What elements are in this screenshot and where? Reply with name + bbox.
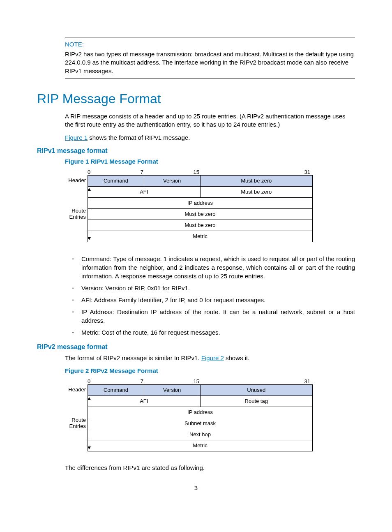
note-box: NOTE: RIPv2 has two types of message tra… [65,37,355,79]
ripv2-intro-pre: The format of RIPv2 message is similar t… [65,354,201,361]
section-title-rip-message-format: RIP Message Format [37,91,355,106]
label-route: Route [65,417,86,423]
route-entries-bracket-icon [89,188,89,240]
bit-7: 7 [89,169,143,175]
cell-must-be-zero-1: Must be zero [200,175,313,186]
ripv1-packet-table: Command Version Must be zero AFI Must be… [88,175,313,242]
label-entries: Entries [65,423,86,429]
cell-route-tag: Route tag [200,396,313,407]
cell-ip-address: IP address [88,407,313,418]
cell-metric: Metric [88,440,313,451]
label-header: Header [65,175,88,186]
ripv2-intro-post: shows it. [224,354,250,361]
figure1-reference: Figure 1 shows the format of RIPv1 messa… [65,134,355,142]
list-item: IP Address: Destination IP address of th… [81,308,355,325]
figure-2-link[interactable]: Figure 2 [201,354,224,361]
cell-must-be-zero-3: Must be zero [88,208,313,220]
cell-subnet-mask: Subnet mask [88,418,313,429]
differences-paragraph: The differences from RIPv1 are stated as… [65,464,355,472]
list-item: Command: Type of message. 1 indicates a … [81,254,355,280]
heading-ripv1-message-format: RIPv1 message format [37,147,355,155]
cell-version: Version [144,384,200,396]
cell-command: Command [88,384,144,396]
intro-paragraph: A RIP message consists of a header and u… [65,112,355,129]
bit-31: 31 [199,378,310,384]
cell-afi: AFI [88,186,201,197]
figure-1-caption: Figure 1 RIPv1 Message Format [65,158,355,165]
note-label: NOTE: [65,41,355,48]
list-item: Version: Version of RIP, 0x01 for RIPv1. [81,284,355,292]
bit-15: 15 [143,169,199,175]
cell-afi: AFI [88,396,201,407]
list-item: Metric: Cost of the route, 16 for reques… [81,328,355,337]
cell-must-be-zero-2: Must be zero [200,186,313,197]
ripv2-intro: The format of RIPv2 message is similar t… [65,354,355,362]
label-header: Header [65,384,88,395]
heading-ripv2-message-format: RIPv2 message format [37,343,355,351]
label-entries: Entries [65,214,86,220]
ripv2-packet-table: Command Version Unused AFI Route tag IP … [88,384,313,451]
label-route: Route [65,208,86,214]
ripv1-field-descriptions: Command: Type of message. 1 indicates a … [65,254,355,337]
bit-31: 31 [199,169,310,175]
cell-version: Version [144,175,200,186]
figure-1-link[interactable]: Figure 1 [65,134,88,141]
page-number: 3 [37,484,355,491]
cell-command: Command [88,175,144,186]
cell-metric: Metric [88,231,313,242]
cell-next-hop: Next hop [88,429,313,440]
list-item: AFI: Address Family Identifier, 2 for IP… [81,296,355,304]
bit-15: 15 [143,378,199,384]
cell-ip-address: IP address [88,197,313,208]
route-entries-bracket-icon [89,398,89,449]
figure1-reference-tail: shows the format of RIPv1 message. [88,134,190,141]
cell-unused: Unused [200,384,313,396]
figure-1: 0 7 15 31 Header Route Entries Command V… [65,169,355,242]
figure-2: 0 7 15 31 Header Route Entries Command V… [65,378,355,451]
bit-7: 7 [89,378,143,384]
figure-2-caption: Figure 2 RIPv2 Message Format [65,367,355,374]
note-text: RIPv2 has two types of message transmiss… [65,50,355,75]
cell-must-be-zero-4: Must be zero [88,220,313,231]
